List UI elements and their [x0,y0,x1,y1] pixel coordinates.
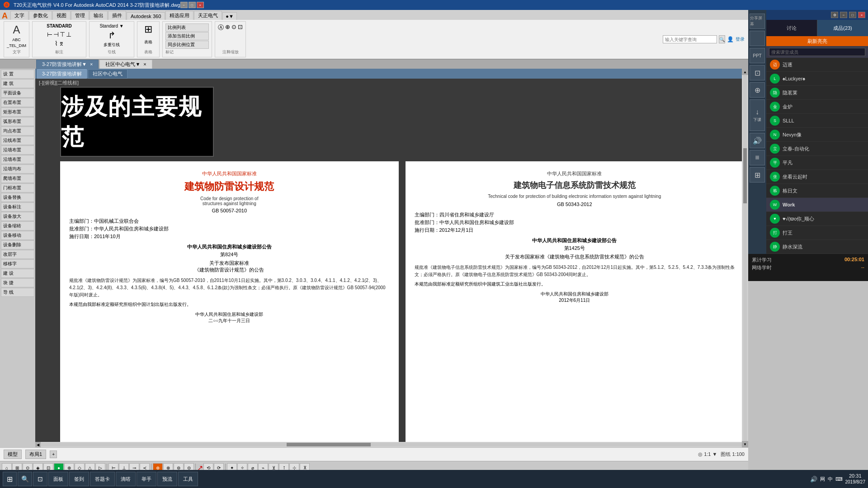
speaker-icon[interactable]: 🔊 [750,133,765,148]
tool-shebei-bz[interactable]: 设备标注 [1,202,34,211]
user-item-10[interactable]: W Work [766,198,868,212]
ribbon-tab-jingxuan[interactable]: 精选应用 [165,11,193,20]
expand-icon[interactable]: ⊞ [750,167,765,183]
tool-dengdian[interactable]: 均点布置 [1,127,34,136]
dim-icon-5[interactable]: ⌇ [55,40,58,47]
tool-menkuang[interactable]: 门框布置 [1,183,34,192]
ribbon-tab-shuchu[interactable]: 输出 [90,11,108,20]
taskbar-qiandao[interactable]: 签到 [69,472,89,486]
tool-yanqiang[interactable]: 沿墙布置 [1,145,34,155]
user-item-3[interactable]: 金 金炉 [766,100,868,114]
refresh-btn[interactable]: 刷新亮亮 [766,36,868,46]
taskbar-datika[interactable]: 答题卡 [90,472,115,486]
doc-tab-lightning[interactable]: 3-27防雷接地讲解▼ × [36,60,99,69]
tab-add[interactable]: + [50,450,57,458]
user-item-4[interactable]: S SLLL [766,114,868,128]
add-scale-btn[interactable]: 添加当前比例 [165,32,209,40]
h-scroll-thumb[interactable] [287,443,371,446]
ribbon-tab-shitu[interactable]: 视图 [52,11,71,20]
start-btn[interactable]: ⊞ [3,472,17,486]
user-item-6[interactable]: 立 立春-自动化 [766,142,868,156]
tool-pingmian[interactable]: 平面设备 [1,89,34,98]
tray-icon-1[interactable]: 🔊 [810,476,817,483]
tool-yanqiang3[interactable]: 沿墙均布 [1,164,34,174]
dim-icon-4[interactable]: ⊥ [66,31,71,38]
ribbon-search-btn[interactable]: 🔍 [719,35,725,43]
v-scroll-thumb[interactable] [743,148,747,203]
tool-shebei-sc[interactable]: 设备删除 [1,240,34,249]
user-item-0[interactable]: 迈 迈逐 [766,58,868,72]
user-item-9[interactable]: 栋 栋日文 [766,184,868,198]
clock-display[interactable]: 20:31 2019/8/27 [845,473,866,484]
scroll-left-btn[interactable]: ◀ [35,442,41,447]
split-screen-icon[interactable]: 分享屏幕 [750,14,765,29]
anno-icon-2[interactable]: ⊕ [225,23,230,32]
user-item-8[interactable]: 坐 坐看云起时 [766,170,868,184]
user-item-12[interactable]: 打 打王 [766,226,868,240]
ribbon-tab-tianzheng[interactable]: 天正电气 [194,11,222,20]
taskbar-taskview[interactable]: ⊡ [33,472,47,486]
tool-jian-zhu[interactable]: 建 筑 [1,79,34,88]
anno-icon-1[interactable]: Ⓐ [218,23,224,32]
scroll-down-btn[interactable]: ▼ [742,441,748,447]
user-item-1[interactable]: L ♠Luckyer♠ [766,72,868,86]
tray-icon-2[interactable]: 网 [820,476,825,483]
tool-shebei-ti[interactable]: 设备替换 [1,193,34,202]
nav-tab-discuss[interactable]: 讨论 [766,20,817,36]
scroll-up-btn[interactable]: ▲ [742,69,748,75]
user-item-5[interactable]: N Nevyn像 [766,128,868,142]
tool-huxing[interactable]: 弧形布置 [1,117,34,126]
user-item-11[interactable]: ♥ ♥√(ϖo你_顺心 [766,212,868,226]
inner-tab-community[interactable]: 社区中心电气 [88,69,127,79]
taskbar-mianban[interactable]: 面板 [48,472,68,486]
anno-icon-4[interactable]: ⊡ [238,23,243,32]
tray-icon-4[interactable]: ⌨ [835,476,843,482]
taskbar-dida[interactable]: 滴嗒 [116,472,136,486]
right-panel-settings[interactable]: ⚙ [831,12,838,18]
close-icon-tab1[interactable]: × [90,61,93,67]
tool-cengzi[interactable]: 改层字 [1,250,34,259]
tab-model[interactable]: 模型 [4,450,22,459]
right-panel-minimize[interactable]: − [840,12,847,18]
anno-icon-3[interactable]: ⊙ [231,23,236,32]
minimize-btn[interactable]: − [180,2,188,8]
v-scrollbar[interactable]: ▲ ▼ [742,69,748,447]
right-panel-close[interactable]: × [858,12,865,18]
taskbar-search[interactable]: 🔍 [18,472,32,486]
ribbon-tab-guanli[interactable]: 管理 [71,11,89,20]
tool-shebei-fz[interactable]: 设备放大 [1,212,34,221]
ribbon-tab-autodesk[interactable]: Autodesk 360 [127,12,165,20]
user-item-2[interactable]: 隐 隐茗莱 [766,86,868,100]
leader-icon[interactable]: ↱ [108,30,116,41]
tool-zaizhi[interactable]: 在置布置 [1,98,34,107]
tool-she-zhi[interactable]: 设 置 [1,70,34,79]
tool-puti[interactable]: 爬墙布置 [1,174,34,183]
ribbon-tab-more[interactable]: ●▼ [222,12,237,20]
close-icon-tab2[interactable]: × [143,61,146,67]
download-icon[interactable]: ↓ 下课 [750,99,765,131]
user-item-13[interactable]: 静 静水深流 [766,240,868,254]
table-icon[interactable]: ⊞ [144,23,152,35]
grid-icon[interactable]: ⊡ [750,65,765,80]
dim-icon-6[interactable]: ⌆ [59,40,64,47]
dim-icon-3[interactable]: ⊤ [60,31,65,38]
close-btn[interactable]: × [197,2,204,8]
member-search-input[interactable] [769,48,865,56]
ribbon-tab-wenzi[interactable]: 文字 [10,11,28,20]
tool-jian-she[interactable]: 建 设 [1,269,34,278]
tool-dao-xian[interactable]: 导 线 [1,288,34,297]
tool-shebei-yd[interactable]: 设备移动 [1,231,34,240]
right-panel-maximize[interactable]: □ [849,12,856,18]
chart-icon[interactable]: ≡ [750,150,765,165]
ribbon-search-input[interactable] [663,35,717,43]
tool-shebei-suo[interactable]: 设备缩砖 [1,221,34,230]
tray-icon-3[interactable]: 中 [828,476,833,483]
ppt-icon[interactable]: PPT [750,48,765,63]
plus-icon[interactable]: ⊕ [750,82,765,98]
taskbar-jushou[interactable]: 举手 [137,472,156,486]
scale-list-icon[interactable]: 比例列表 [165,23,209,32]
ribbon-tab-chajian[interactable]: 插件 [108,11,126,20]
ribbon-tab-canshuhua[interactable]: 参数化 [29,11,52,20]
login-label[interactable]: 登录 [736,36,745,42]
tool-yizheng[interactable]: 移移字 [1,259,34,268]
